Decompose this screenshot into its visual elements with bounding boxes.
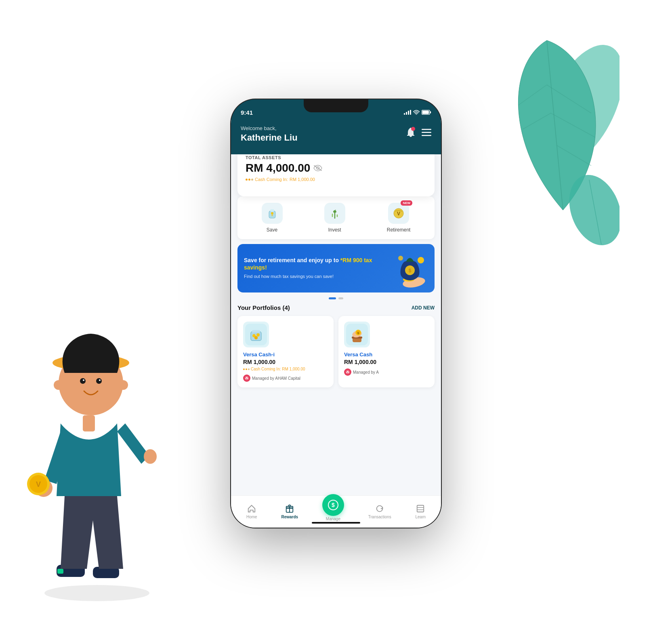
svg-point-65 [346,370,350,374]
svg-point-40 [271,215,273,216]
portfolio-cash-text-1: Cash Coming In: RM 1,000.00 [251,367,305,371]
manage-button[interactable]: $ [322,494,344,516]
portfolio-name-2: Versa Cash [344,351,429,358]
assets-card: TOTAL ASSETS RM 4,000.00 [237,154,435,196]
svg-point-26 [118,380,128,390]
home-icon [247,504,256,513]
book-icon [416,504,425,513]
svg-point-50 [398,256,403,261]
invest-action[interactable]: Invest [324,203,345,233]
managed-by-1: Managed by AHAM Capital [243,375,328,382]
dot-active [329,297,336,299]
svg-line-2 [547,85,591,113]
svg-text:V: V [397,211,400,217]
svg-point-22 [96,378,102,384]
retirement-action[interactable]: NEW V Retirement [387,203,411,233]
svg-point-55 [256,333,260,337]
save-icon-circle [262,203,283,224]
nav-learn[interactable]: Learn [410,501,430,522]
portfolio-img-2: $ [344,322,370,347]
svg-point-21 [80,378,86,384]
save-action[interactable]: Save [262,203,283,233]
banner-title: Save for retirement and enjoy up to *RM … [244,257,388,271]
wifi-icon [413,110,420,115]
home-indicator [312,522,360,524]
svg-point-7 [560,168,620,252]
eye-off-icon[interactable] [313,165,322,171]
svg-point-9 [44,585,149,601]
svg-line-1 [547,40,563,210]
save-label: Save [267,227,277,233]
svg-line-5 [519,85,547,105]
portfolios-title: Your Portfolios (4) [237,304,290,311]
dollar-circle-icon: $ [328,499,339,511]
svg-rect-34 [422,135,431,136]
svg-point-25 [54,380,63,390]
svg-point-56 [254,336,258,339]
nav-rewards[interactable]: Rewards [276,501,303,522]
svg-point-27 [416,114,417,115]
nav-manage-label: Manage [326,517,340,521]
notification-icon[interactable] [405,127,416,138]
menu-icon[interactable] [422,129,431,136]
portfolio-card-1[interactable]: Versa Cash-i RM 1,000.00 Cash Coming In:… [237,316,334,387]
svg-text:V: V [36,480,41,488]
status-icons [404,110,431,115]
svg-rect-70 [417,505,424,512]
svg-line-6 [523,113,551,129]
gift-icon [285,504,294,513]
assets-label: TOTAL ASSETS [246,155,426,160]
user-name: Katherine Liu [241,133,298,143]
header-icons [405,127,431,138]
svg-rect-10 [57,565,85,577]
nav-home-label: Home [246,515,257,519]
svg-rect-29 [422,111,429,114]
nav-transactions[interactable]: Transactions [363,501,396,522]
refresh-icon [375,504,384,513]
scroll-content[interactable]: TOTAL ASSETS RM 4,000.00 [231,154,441,528]
svg-point-49 [418,257,424,263]
portfolio-img-1 [243,322,269,347]
nav-learn-label: Learn [415,515,426,519]
portfolios-header: Your Portfolios (4) ADD NEW [231,304,441,316]
svg-point-19 [59,351,123,415]
svg-point-39 [271,212,273,215]
banner-text: Save for retirement and enjoy up to *RM … [244,257,392,280]
svg-point-23 [83,379,84,381]
nav-manage[interactable]: $ Manage [317,491,349,524]
svg-rect-30 [430,111,431,113]
svg-rect-53 [252,330,260,332]
dot-inactive [338,297,343,299]
portfolio-card-2[interactable]: $ Versa Cash RM 1,000.00 Managed by A [338,316,435,387]
portfolio-amount-2: RM 1,000.00 [344,359,429,365]
svg-line-3 [551,113,595,137]
welcome-text: Welcome back, [241,125,298,131]
retirement-icon-circle: NEW V [388,203,409,224]
svg-point-24 [99,379,101,381]
signal-icon [404,110,411,115]
banner-subtitle: Find out how much tax savings you can sa… [244,274,388,280]
svg-rect-13 [83,415,95,431]
bottom-nav: Home Rewards [231,495,441,528]
svg-text:$: $ [409,268,412,274]
svg-rect-38 [270,209,274,212]
aham-logo-2 [344,368,351,376]
portfolio-amount-1: RM 1,000.00 [243,359,328,365]
add-new-button[interactable]: ADD NEW [412,305,435,311]
retirement-label: Retirement [387,227,411,233]
svg-rect-11 [93,567,119,578]
svg-point-15 [27,473,50,495]
svg-rect-33 [422,132,431,133]
svg-point-20 [52,355,129,371]
cash-coming-amount: RM 1,000.00 [290,177,315,182]
banner-image: $ [392,252,428,284]
svg-point-0 [527,33,620,177]
svg-text:$: $ [357,331,359,335]
new-badge: NEW [401,200,412,206]
svg-point-18 [144,449,157,464]
promo-banner[interactable]: Save for retirement and enjoy up to *RM … [237,244,435,292]
app-header: Welcome back, Katherine Liu [231,120,441,154]
nav-home[interactable]: Home [242,501,262,522]
svg-point-16 [29,475,47,493]
status-time: 9:41 [241,109,253,116]
